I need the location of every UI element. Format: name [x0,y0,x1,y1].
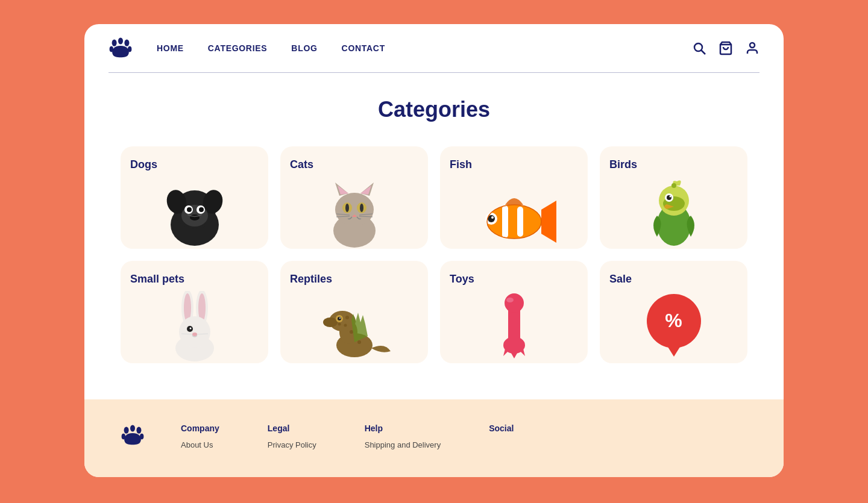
category-card-cats[interactable]: Cats [280,146,428,249]
footer-legal-heading: Legal [268,423,316,433]
svg-point-72 [339,317,341,319]
svg-rect-37 [517,207,523,237]
category-name-fish: Fish [450,158,472,171]
svg-point-65 [345,316,349,319]
footer-paw-icon [121,423,145,448]
svg-point-47 [669,196,671,198]
svg-point-66 [338,323,341,326]
category-name-reptiles: Reptiles [290,273,332,286]
svg-point-78 [130,425,135,431]
svg-line-6 [702,51,706,55]
svg-point-56 [189,328,191,330]
category-name-small-pets: Small pets [130,273,184,286]
svg-point-28 [360,204,363,212]
category-image-reptiles [290,290,418,363]
cat-illustration [318,177,391,249]
header: HOME CATEGORIES BLOG CONTACT [84,24,784,72]
category-image-fish [450,176,578,249]
fish-illustration [472,189,556,249]
sale-percent: % [665,310,682,332]
footer-help-heading: Help [365,423,441,433]
footer-company-col: Company About Us [181,423,219,453]
svg-point-76 [506,298,514,302]
category-image-sale: % [609,290,738,363]
svg-point-77 [124,427,129,434]
svg-point-17 [199,207,204,212]
category-image-small-pets [130,290,259,363]
user-icon[interactable] [745,41,760,55]
rabbit-illustration [165,291,225,363]
paw-logo-icon [108,36,133,60]
footer-logo [121,423,145,450]
footer-privacy-link[interactable]: Privacy Policy [268,440,316,449]
header-icons [692,41,760,55]
svg-point-8 [750,43,755,48]
reptile-illustration [318,291,391,363]
nav-blog[interactable]: BLOG [291,43,317,53]
category-card-sale[interactable]: Sale % [600,261,747,363]
svg-point-54 [179,316,210,348]
footer-shipping-link[interactable]: Shipping and Delivery [365,440,441,449]
cart-icon[interactable] [719,41,733,55]
category-name-birds: Birds [609,158,637,171]
footer: Company About Us Legal Privacy Policy He… [84,399,784,477]
svg-point-67 [344,324,347,327]
logo-area [108,36,133,60]
nav: HOME CATEGORIES BLOG CONTACT [157,43,692,53]
footer-help-col: Help Shipping and Delivery [365,423,441,453]
svg-point-1 [118,37,123,44]
search-icon[interactable] [692,41,706,55]
svg-point-79 [136,427,141,434]
toy-illustration [490,291,538,363]
category-card-small-pets[interactable]: Small pets [121,261,268,363]
category-name-cats: Cats [290,158,313,171]
svg-point-5 [694,43,702,51]
sale-badge-tail [668,347,680,357]
main-container: HOME CATEGORIES BLOG CONTACT Categories [84,24,784,477]
nav-categories[interactable]: CATEGORIES [208,43,268,53]
svg-point-69 [357,340,361,344]
svg-point-0 [112,40,117,46]
header-divider [108,72,760,73]
main-content: Categories Dogs [84,73,784,399]
nav-contact[interactable]: CONTACT [342,43,385,53]
footer-about-us-link[interactable]: About Us [181,440,219,449]
svg-point-63 [323,317,338,327]
page-title: Categories [121,97,747,122]
svg-point-68 [350,330,353,334]
svg-rect-36 [502,205,508,238]
svg-point-27 [345,204,349,212]
svg-point-40 [491,216,494,219]
svg-point-74 [505,293,524,313]
svg-point-48 [671,183,676,188]
category-name-dogs: Dogs [130,158,157,171]
svg-point-18 [190,214,200,220]
category-image-dogs [130,176,259,249]
footer-social-col: Social [489,423,514,440]
sale-badge: % [647,294,701,348]
svg-point-20 [335,193,374,227]
categories-grid: Dogs [121,146,747,363]
svg-marker-35 [541,201,556,243]
category-image-toys [450,290,578,363]
svg-point-16 [187,207,192,212]
bird-illustration [644,177,704,249]
category-name-sale: Sale [609,273,632,286]
svg-point-2 [124,40,129,46]
footer-company-heading: Company [181,423,219,433]
footer-legal-col: Legal Privacy Policy [268,423,316,453]
category-card-birds[interactable]: Birds [600,146,747,249]
category-card-reptiles[interactable]: Reptiles [280,261,428,363]
category-card-dogs[interactable]: Dogs [121,146,268,249]
footer-social-heading: Social [489,423,514,433]
category-name-toys: Toys [450,273,474,286]
svg-point-71 [338,317,341,320]
category-card-toys[interactable]: Toys [440,261,588,363]
category-card-fish[interactable]: Fish [440,146,588,249]
nav-home[interactable]: HOME [157,43,184,53]
category-image-cats [290,176,418,249]
category-image-birds [609,176,738,249]
dog-illustration [159,177,231,249]
